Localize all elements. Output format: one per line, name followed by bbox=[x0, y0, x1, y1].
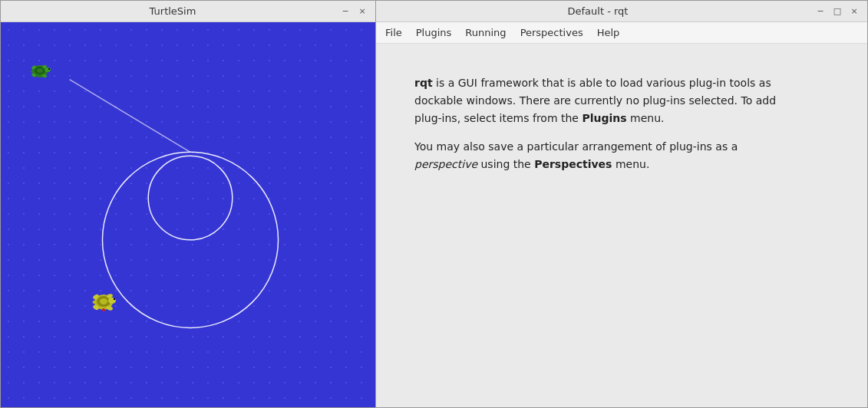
turtlesim-window: TurtleSim − × bbox=[0, 0, 376, 408]
rqt-window: Default - rqt − □ × File Plugins Running… bbox=[376, 0, 868, 408]
rqt-maximize-button[interactable]: □ bbox=[830, 5, 844, 18]
rqt-title: Default - rqt bbox=[382, 5, 814, 17]
turtle-trail bbox=[1, 22, 375, 407]
svg-point-15 bbox=[100, 298, 107, 304]
turtle-small bbox=[28, 61, 52, 82]
svg-point-23 bbox=[102, 308, 105, 311]
plugins-bold: Plugins bbox=[582, 112, 626, 124]
svg-point-22 bbox=[114, 298, 115, 300]
menu-file[interactable]: File bbox=[379, 25, 408, 41]
rqt-paragraph1-suffix: menu. bbox=[627, 112, 665, 124]
rqt-window-controls: − □ × bbox=[814, 5, 861, 18]
svg-point-21 bbox=[93, 301, 97, 304]
perspectives-bold: Perspectives bbox=[534, 158, 612, 170]
turtlesim-minimize-button[interactable]: − bbox=[338, 5, 352, 18]
turtle-large bbox=[89, 289, 118, 315]
svg-point-6 bbox=[45, 67, 51, 72]
svg-line-2 bbox=[70, 80, 190, 153]
svg-point-5 bbox=[37, 68, 43, 73]
rqt-content: rqt is a GUI framework that is able to l… bbox=[376, 44, 867, 407]
rqt-paragraph1: rqt is a GUI framework that is able to l… bbox=[414, 74, 783, 127]
turtlesim-titlebar: TurtleSim − × bbox=[1, 1, 375, 22]
rqt-paragraph2-prefix: You may also save a particular arrangeme… bbox=[414, 140, 738, 153]
menu-plugins[interactable]: Plugins bbox=[410, 25, 458, 41]
menu-perspectives[interactable]: Perspectives bbox=[514, 25, 589, 41]
turtlesim-title: TurtleSim bbox=[7, 5, 338, 17]
turtlesim-canvas bbox=[1, 22, 375, 407]
svg-point-12 bbox=[48, 68, 50, 70]
rqt-minimize-button[interactable]: − bbox=[814, 5, 827, 18]
turtlesim-close-button[interactable]: × bbox=[355, 5, 369, 18]
svg-point-11 bbox=[31, 71, 34, 73]
turtlesim-window-controls: − × bbox=[338, 5, 369, 18]
rqt-paragraph2-middle: using the bbox=[477, 158, 534, 170]
rqt-close-button[interactable]: × bbox=[847, 5, 861, 18]
rqt-description: rqt is a GUI framework that is able to l… bbox=[414, 74, 783, 173]
rqt-paragraph2: You may also save a particular arrangeme… bbox=[414, 138, 783, 173]
svg-point-1 bbox=[148, 156, 233, 240]
menu-help[interactable]: Help bbox=[591, 25, 626, 41]
rqt-titlebar: Default - rqt − □ × bbox=[376, 1, 867, 22]
rqt-menubar: File Plugins Running Perspectives Help bbox=[376, 22, 867, 44]
rqt-paragraph2-suffix: menu. bbox=[612, 158, 649, 170]
rqt-brand-name: rqt bbox=[414, 77, 433, 89]
menu-running[interactable]: Running bbox=[459, 25, 512, 41]
perspective-italic: perspective bbox=[414, 158, 477, 170]
